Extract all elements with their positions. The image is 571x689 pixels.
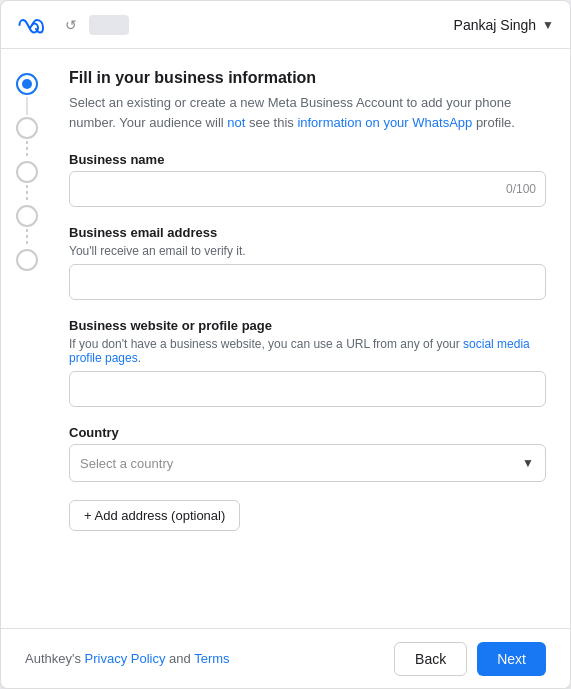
footer-links: Authkey's Privacy Policy and Terms <box>25 651 230 666</box>
business-email-sublabel: You'll receive an email to verify it. <box>69 244 546 258</box>
footer-buttons: Back Next <box>394 642 546 676</box>
header-right: Pankaj Singh ▼ <box>454 17 554 33</box>
business-website-input[interactable] <box>69 371 546 407</box>
user-menu-chevron[interactable]: ▼ <box>542 18 554 32</box>
business-email-input[interactable] <box>69 264 546 300</box>
country-label: Country <box>69 425 546 440</box>
step-4 <box>16 205 38 227</box>
country-select-wrapper: Select a country ▼ <box>69 444 546 482</box>
back-button[interactable]: Back <box>394 642 467 676</box>
next-button[interactable]: Next <box>477 642 546 676</box>
step-5 <box>16 249 38 271</box>
desc-part3: profile. <box>472 115 515 130</box>
business-website-field: Business website or profile page If you … <box>69 318 546 407</box>
refresh-icon[interactable]: ↺ <box>61 15 81 35</box>
add-address-label: + Add address (optional) <box>84 508 225 523</box>
step-2 <box>16 117 38 139</box>
step-3 <box>16 161 38 183</box>
desc-part2: see this <box>245 115 297 130</box>
meta-logo-icon <box>17 15 53 35</box>
footer: Authkey's Privacy Policy and Terms Back … <box>1 628 570 688</box>
form-title: Fill in your business information <box>69 69 546 87</box>
step-connector-3 <box>26 185 28 203</box>
business-email-field: Business email address You'll receive an… <box>69 225 546 300</box>
business-name-label: Business name <box>69 152 546 167</box>
add-address-button[interactable]: + Add address (optional) <box>69 500 240 531</box>
step-connector-1 <box>26 97 28 115</box>
business-name-field: Business name 0/100 <box>69 152 546 207</box>
country-select[interactable]: Select a country <box>69 444 546 482</box>
business-website-sublabel: If you don't have a business website, yo… <box>69 337 546 365</box>
step-5-circle <box>16 249 38 271</box>
step-3-circle <box>16 161 38 183</box>
business-email-label: Business email address <box>69 225 546 240</box>
website-sublabel-part1: If you don't have a business website, yo… <box>69 337 463 351</box>
business-name-input[interactable] <box>69 171 546 207</box>
header-left: ↺ <box>17 15 129 35</box>
user-name: Pankaj Singh <box>454 17 537 33</box>
step-connector-4 <box>26 229 28 247</box>
steps-sidebar <box>1 49 53 628</box>
privacy-policy-link[interactable]: Privacy Policy <box>85 651 166 666</box>
footer-connector: and <box>166 651 195 666</box>
terms-link[interactable]: Terms <box>194 651 229 666</box>
step-connector-2 <box>26 141 28 159</box>
app-window: ↺ Pankaj Singh ▼ <box>0 0 571 689</box>
header-pill <box>89 15 129 35</box>
step-1-circle <box>16 73 38 95</box>
footer-prefix: Authkey's <box>25 651 85 666</box>
step-1 <box>16 73 38 95</box>
form-description: Select an existing or create a new Meta … <box>69 93 546 132</box>
content-area: Fill in your business information Select… <box>1 49 570 628</box>
website-sublabel-part2: . <box>138 351 141 365</box>
desc-link1[interactable]: not <box>227 115 245 130</box>
desc-link2[interactable]: information on your WhatsApp <box>297 115 472 130</box>
business-name-input-wrapper: 0/100 <box>69 171 546 207</box>
business-website-label: Business website or profile page <box>69 318 546 333</box>
step-2-circle <box>16 117 38 139</box>
form-area: Fill in your business information Select… <box>53 49 570 628</box>
header: ↺ Pankaj Singh ▼ <box>1 1 570 49</box>
country-field: Country Select a country ▼ <box>69 425 546 482</box>
step-4-circle <box>16 205 38 227</box>
